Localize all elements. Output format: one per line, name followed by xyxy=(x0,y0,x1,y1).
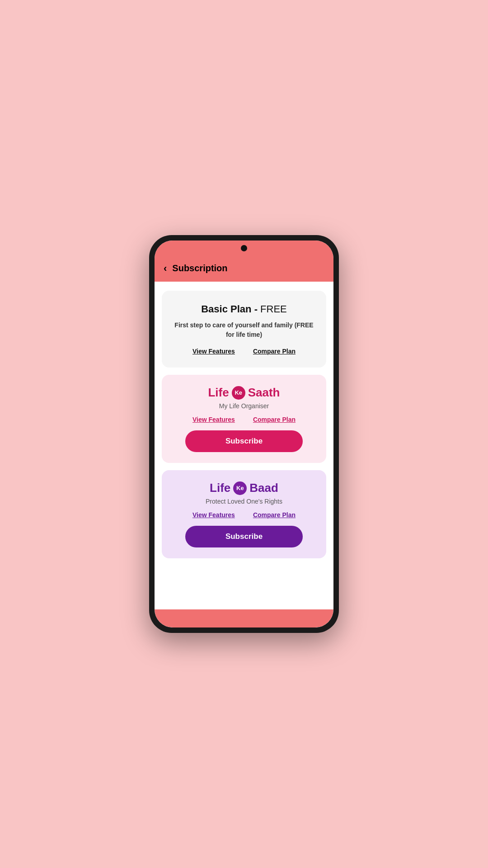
app-header: ‹ Subscription xyxy=(155,259,333,282)
basic-plan-title-text: Basic Plan - xyxy=(201,303,258,315)
basic-plan-free-text: FREE xyxy=(258,303,287,315)
baad-plan-links: View Features Compare Plan xyxy=(171,511,317,519)
saath-title-right: Saath xyxy=(248,386,280,400)
basic-compare-plan-link[interactable]: Compare Plan xyxy=(253,348,296,355)
camera-notch xyxy=(241,245,247,251)
baad-compare-plan-link[interactable]: Compare Plan xyxy=(253,511,296,519)
basic-plan-description: First step to care of yourself and famil… xyxy=(171,321,317,340)
back-button[interactable]: ‹ xyxy=(164,264,167,274)
baad-title-left: Life xyxy=(210,481,230,495)
saath-compare-plan-link[interactable]: Compare Plan xyxy=(253,416,296,423)
phone-screen: ‹ Subscription Basic Plan - FREE First s… xyxy=(155,241,333,627)
saath-view-features-link[interactable]: View Features xyxy=(192,416,235,423)
bottom-bar xyxy=(155,609,333,627)
baad-title-right: Baad xyxy=(249,481,278,495)
basic-plan-title: Basic Plan - FREE xyxy=(171,303,317,315)
baad-plan-card: Life Ke Baad Protect Loved One's Rights … xyxy=(162,470,326,558)
baad-ke-badge: Ke xyxy=(233,481,247,495)
saath-plan-title: Life Ke Saath xyxy=(171,386,317,400)
page-title: Subscription xyxy=(172,263,227,274)
main-content: Basic Plan - FREE First step to care of … xyxy=(155,282,333,609)
saath-ke-badge: Ke xyxy=(232,386,245,400)
basic-view-features-link[interactable]: View Features xyxy=(192,348,235,355)
basic-plan-links: View Features Compare Plan xyxy=(171,348,317,355)
saath-title-left: Life xyxy=(208,386,229,400)
baad-view-features-link[interactable]: View Features xyxy=(192,511,235,519)
saath-plan-subtitle: My Life Organiser xyxy=(171,402,317,410)
phone-frame: ‹ Subscription Basic Plan - FREE First s… xyxy=(149,235,339,633)
saath-plan-links: View Features Compare Plan xyxy=(171,416,317,423)
baad-subscribe-button[interactable]: Subscribe xyxy=(185,526,302,547)
baad-plan-title: Life Ke Baad xyxy=(171,481,317,495)
saath-subscribe-button[interactable]: Subscribe xyxy=(185,430,302,452)
basic-plan-card: Basic Plan - FREE First step to care of … xyxy=(162,291,326,368)
baad-plan-subtitle: Protect Loved One's Rights xyxy=(171,498,317,505)
saath-plan-card: Life Ke Saath My Life Organiser View Fea… xyxy=(162,375,326,463)
